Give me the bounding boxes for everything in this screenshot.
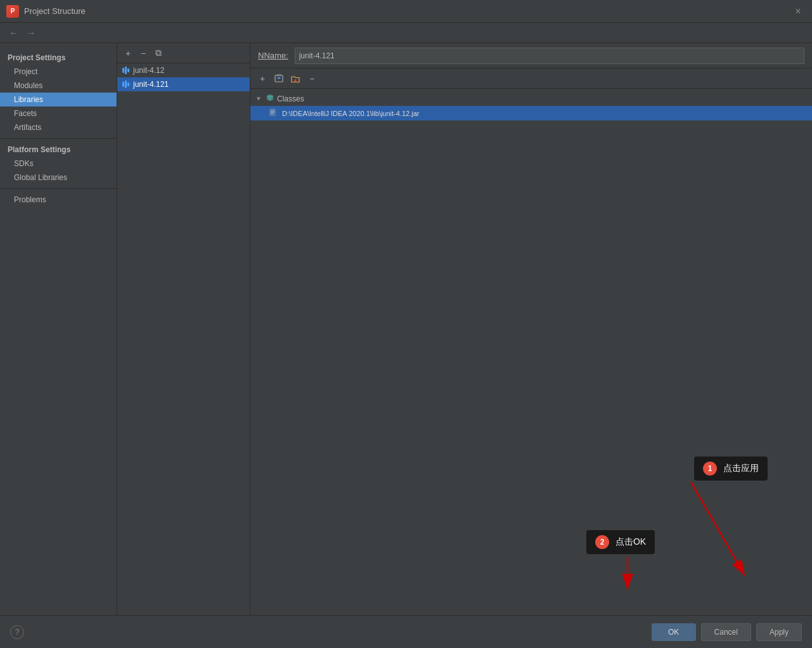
titlebar-title: Project Structure bbox=[24, 6, 86, 16]
name-input[interactable] bbox=[295, 48, 804, 64]
add-jar-button[interactable] bbox=[272, 72, 286, 86]
titlebar-left: P Project Structure bbox=[6, 5, 86, 18]
bottom-bar: ? OK Cancel Apply bbox=[0, 615, 812, 648]
cancel-button[interactable]: Cancel bbox=[701, 623, 751, 641]
add-classes-button[interactable]: + bbox=[255, 72, 269, 86]
library-icon bbox=[122, 67, 129, 74]
close-button[interactable]: × bbox=[790, 4, 806, 19]
classes-node[interactable]: ▼ Classes bbox=[250, 91, 812, 106]
back-button[interactable]: ← bbox=[6, 26, 20, 40]
remove-classes-button[interactable]: − bbox=[305, 72, 319, 86]
remove-library-button[interactable]: − bbox=[136, 46, 150, 60]
lib-item-junit-4.121[interactable]: junit-4.121 bbox=[117, 77, 250, 91]
nav-row: ← → bbox=[0, 23, 812, 43]
apply-button[interactable]: Apply bbox=[756, 623, 802, 641]
library-list-toolbar: + − ⧉ bbox=[117, 43, 250, 63]
sidebar: Project Settings Project Modules Librari… bbox=[0, 43, 117, 615]
main-layout: ← → Project Settings Project Modules Lib… bbox=[0, 23, 812, 648]
library-list: junit-4.12 junit-4.121 bbox=[117, 63, 250, 615]
content-area: Project Settings Project Modules Librari… bbox=[0, 43, 812, 615]
library-list-panel: + − ⧉ junit-4.12 bbox=[117, 43, 250, 615]
sidebar-item-libraries[interactable]: Libraries bbox=[0, 93, 117, 107]
help-button[interactable]: ? bbox=[10, 625, 24, 639]
jar-node[interactable]: D:\IDEA\IntelliJ IDEA 2020.1\lib\junit-4… bbox=[250, 106, 812, 120]
platform-settings-heading: Platform Settings bbox=[0, 143, 117, 157]
name-label: NName: bbox=[258, 51, 288, 60]
sidebar-divider bbox=[0, 138, 117, 139]
main-panel: NName: + bbox=[250, 43, 812, 615]
lib-item-junit-4.12[interactable]: junit-4.12 bbox=[117, 63, 250, 77]
copy-library-button[interactable]: ⧉ bbox=[151, 46, 165, 60]
titlebar: P Project Structure × bbox=[0, 0, 812, 23]
sidebar-item-artifacts[interactable]: Artifacts bbox=[0, 120, 117, 134]
library-icon-selected bbox=[122, 81, 129, 88]
sidebar-item-project[interactable]: Project bbox=[0, 65, 117, 79]
project-settings-heading: Project Settings bbox=[0, 51, 117, 65]
sidebar-item-facets[interactable]: Facets bbox=[0, 107, 117, 120]
add-library-button[interactable]: + bbox=[121, 46, 135, 60]
ok-button[interactable]: OK bbox=[652, 623, 696, 641]
classes-toolbar: + − bbox=[250, 68, 812, 89]
add-dir-button[interactable] bbox=[288, 72, 302, 86]
app-icon: P bbox=[6, 5, 19, 18]
name-row: NName: bbox=[250, 43, 812, 68]
forward-button[interactable]: → bbox=[24, 26, 38, 40]
jar-icon bbox=[268, 108, 277, 119]
sidebar-item-sdks[interactable]: SDKs bbox=[0, 157, 117, 171]
sidebar-item-problems[interactable]: Problems bbox=[0, 193, 117, 207]
sidebar-item-global-libraries[interactable]: Global Libraries bbox=[0, 171, 117, 185]
classes-tree: ▼ Classes bbox=[250, 89, 812, 615]
classes-icon bbox=[266, 93, 274, 104]
sidebar-divider-2 bbox=[0, 188, 117, 189]
expand-icon: ▼ bbox=[255, 95, 263, 102]
sidebar-item-modules[interactable]: Modules bbox=[0, 79, 117, 93]
